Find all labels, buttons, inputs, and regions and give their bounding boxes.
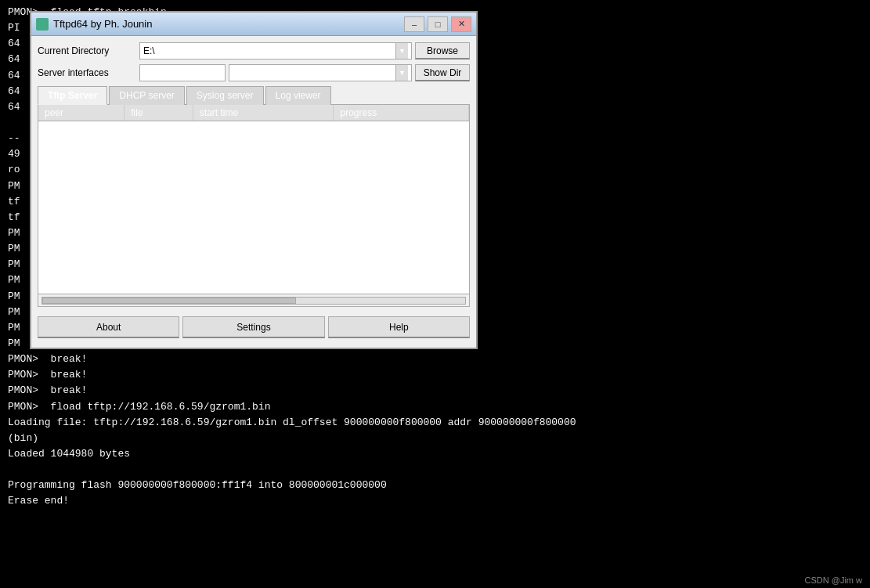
about-button[interactable]: About (38, 316, 179, 338)
app-icon (36, 18, 49, 31)
col-progress: progress (334, 105, 469, 121)
tftp-table: peerfilestart timeprogress (38, 105, 469, 121)
server-interfaces-control: 192.168.6.59 Intel(R) Wi ▼ Show Dir (139, 64, 470, 81)
col-start-time: start time (193, 105, 334, 121)
title-bar: Tftpd64 by Ph. Jounin – □ ✕ (31, 13, 476, 36)
tab-tftp[interactable]: Tftp Server (38, 86, 107, 105)
current-directory-row: Current Directory E:\ ▼ Browse (38, 42, 470, 60)
current-directory-combo[interactable]: E:\ ▼ (139, 42, 412, 60)
tab-dhcp[interactable]: DHCP server (109, 86, 184, 105)
close-button[interactable]: ✕ (451, 16, 471, 32)
show-dir-button[interactable]: Show Dir (415, 64, 470, 81)
current-directory-arrow[interactable]: ▼ (395, 43, 408, 59)
col-peer: peer (38, 105, 125, 121)
table-header: peerfilestart timeprogress (38, 105, 469, 121)
help-button[interactable]: Help (328, 316, 470, 338)
adapter-arrow[interactable]: ▼ (395, 65, 408, 81)
table-header-row: peerfilestart timeprogress (38, 105, 469, 121)
tab-log[interactable]: Log viewer (265, 86, 331, 105)
scrollbar-thumb[interactable] (42, 298, 296, 304)
settings-button[interactable]: Settings (182, 316, 324, 338)
current-directory-control: E:\ ▼ Browse (139, 42, 470, 60)
server-interfaces-label: Server interfaces (38, 67, 139, 78)
scrollbar-track[interactable] (42, 297, 466, 305)
watermark: CSDN @Jim w (805, 575, 863, 585)
tab-content: peerfilestart timeprogress (38, 104, 470, 307)
tab-syslog[interactable]: Syslog server (186, 86, 264, 105)
maximize-button[interactable]: □ (428, 16, 448, 32)
title-controls: – □ ✕ (404, 16, 471, 32)
browse-button[interactable]: Browse (415, 42, 470, 60)
current-directory-value: E:\ (143, 45, 395, 56)
minimize-button[interactable]: – (404, 16, 424, 32)
window-title: Tftpd64 by Ph. Jounin (53, 18, 404, 30)
server-interfaces-row: Server interfaces 192.168.6.59 Intel(R) … (38, 64, 470, 81)
server-adapter-combo[interactable]: Intel(R) Wi ▼ (229, 64, 412, 81)
current-directory-label: Current Directory (38, 45, 139, 56)
scroll-area[interactable] (38, 294, 469, 306)
window-body: Current Directory E:\ ▼ Browse Server in… (31, 36, 476, 348)
server-ip-display: 192.168.6.59 (139, 64, 226, 81)
iface-text-wrap: 192.168.6.59 Intel(R) Wi ▼ (139, 64, 412, 81)
col-file: file (125, 105, 193, 121)
bottom-buttons: About Settings Help (38, 313, 470, 341)
table-body-area (38, 121, 469, 294)
tftp-window: Tftpd64 by Ph. Jounin – □ ✕ Current Dire… (30, 11, 478, 349)
tabs: Tftp ServerDHCP serverSyslog serverLog v… (38, 86, 470, 105)
